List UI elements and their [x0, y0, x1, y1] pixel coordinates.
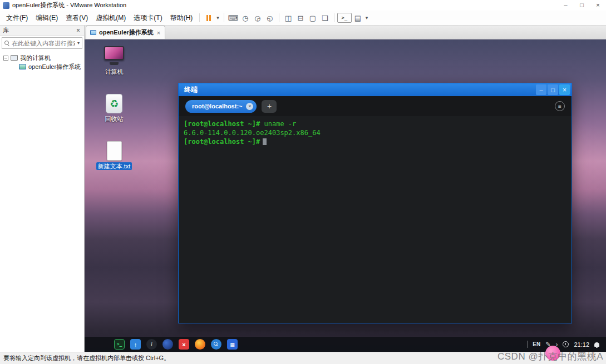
taskbar-search-icon[interactable] [211, 339, 221, 350]
library-title: 库 [3, 26, 9, 34]
taskbar-browser-icon[interactable] [162, 339, 173, 350]
taskbar-file-manager-icon[interactable]: ↑ [130, 339, 141, 350]
terminal-line: [root@localhost ~]# uname -r [184, 119, 566, 128]
library-search-box[interactable]: ▾ [2, 37, 82, 49]
magnifier-icon [214, 342, 219, 347]
app-launcher-icon[interactable] [98, 339, 109, 350]
show-library-button[interactable]: ◫ [282, 12, 294, 23]
manage-snapshots-button[interactable]: ◵ [264, 12, 276, 23]
vm-icon [19, 64, 26, 69]
search-input[interactable] [12, 40, 75, 47]
show-thumbnail-bar-button[interactable]: ⊟ [294, 12, 307, 23]
vm-display[interactable]: 计算机 ♻ 回收站 新建文本.txt [85, 39, 606, 352]
terminal-title: 终端 [184, 85, 198, 94]
language-indicator[interactable]: EN [533, 341, 540, 347]
send-ctrl-alt-del-button[interactable]: ⌨ [227, 12, 239, 23]
tree-item-label: 我的计算机 [20, 54, 51, 62]
menu-view[interactable]: 查看(V) [62, 12, 92, 24]
status-message: 要将输入定向到该虚拟机，请在虚拟机内部单击或按 Ctrl+G。 [3, 354, 170, 362]
shell-prompt: [root@localhost ~]# [184, 120, 260, 128]
terminal-minimize-button[interactable]: – [536, 84, 546, 95]
desktop-icon-column: 计算机 ♻ 回收站 新建文本.txt [96, 45, 132, 170]
library-header: 库 × [0, 26, 84, 36]
menu-edit[interactable]: 编辑(E) [32, 12, 62, 24]
terminal-tab-strip: root@localhost:~ × + ≡ [179, 96, 571, 116]
library-close-button[interactable]: × [75, 27, 81, 34]
tree-item-openeuler-vm[interactable]: openEuler操作系统 [0, 62, 84, 71]
terminal-titlebar[interactable]: 终端 – □ × [179, 83, 571, 96]
menu-tabs[interactable]: 选项卡(T) [130, 12, 166, 24]
main-area: 库 × ▾ 我的计算机 openEuler操作系统 [0, 26, 606, 352]
take-snapshot-button[interactable]: ◷ [239, 12, 252, 23]
window-controls: – □ × [558, 0, 606, 11]
console-button[interactable]: >_ [337, 13, 352, 23]
desktop-icon-label: 回收站 [104, 115, 125, 123]
clock-icon [563, 341, 569, 347]
terminal-cursor [263, 138, 267, 145]
library-panel: 库 × ▾ 我的计算机 openEuler操作系统 [0, 26, 85, 352]
toolbar-separator [224, 13, 224, 22]
terminal-tab-label: root@localhost:~ [192, 103, 242, 109]
collapse-icon[interactable] [3, 56, 8, 61]
taskbar-app-icons: >_ ↑ i × ▦ [98, 339, 238, 350]
unity-button[interactable]: ❏ [319, 12, 331, 23]
window-maximize-button[interactable]: □ [574, 0, 590, 11]
taskbar-notes-icon[interactable]: ▦ [227, 339, 238, 350]
notification-bell-icon[interactable] [594, 342, 599, 347]
tree-item-my-computer[interactable]: 我的计算机 [0, 53, 84, 62]
search-icon [4, 41, 9, 46]
terminal-close-button[interactable]: × [559, 84, 570, 95]
power-pause-button[interactable] [203, 12, 215, 23]
recycle-bin-icon: ♻ [106, 94, 122, 113]
toolbar-separator [279, 13, 279, 22]
window-close-button[interactable]: × [590, 0, 606, 11]
menu-help[interactable]: 帮助(H) [166, 12, 197, 24]
power-button-group: ▾ [203, 12, 221, 23]
command-output: 6.6.0-114.0.0.120.oe2403sp2.x86_64 [184, 129, 321, 137]
shell-prompt: [root@localhost ~]# [184, 138, 260, 146]
desktop-icon-recycle-bin[interactable]: ♻ 回收站 [96, 93, 132, 123]
tab-close-button[interactable]: × [156, 29, 161, 36]
terminal-output[interactable]: [root@localhost ~]# uname -r 6.6.0-114.0… [179, 116, 571, 323]
content-area: openEuler操作系统 × 计算机 ♻ 回收站 [85, 26, 606, 352]
fullscreen-button[interactable]: ▢ [307, 12, 319, 23]
tray-separator [527, 341, 528, 348]
view-options-dropdown-arrow[interactable]: ▾ [364, 15, 370, 21]
desktop-icon-computer[interactable]: 计算机 [96, 45, 132, 76]
search-dropdown-arrow[interactable]: ▾ [77, 41, 80, 46]
view-options-group: ▤ ▾ [352, 12, 370, 23]
terminal-maximize-button[interactable]: □ [548, 84, 558, 95]
toolbar-separator [199, 13, 200, 22]
tree-item-label: openEuler操作系统 [28, 63, 81, 71]
terminal-tab-close-button[interactable]: × [246, 103, 253, 110]
terminal-line: [root@localhost ~]# [184, 137, 566, 146]
taskbar-close-app-icon[interactable]: × [179, 339, 189, 350]
terminal-menu-button[interactable]: ≡ [555, 101, 565, 111]
taskbar-terminal-icon[interactable]: >_ [114, 339, 125, 350]
taskbar-help-icon[interactable]: i [146, 339, 157, 350]
power-dropdown-arrow[interactable]: ▾ [215, 15, 221, 21]
taskbar-system-tray: EN ✎ › 21:12 [527, 341, 599, 348]
desktop-icon-label-selected: 新建文本.txt [96, 162, 132, 170]
revert-snapshot-button[interactable]: ◶ [252, 12, 264, 23]
desktop-icon-text-file[interactable]: 新建文本.txt [96, 141, 132, 170]
tab-bar: openEuler操作系统 × [85, 26, 606, 39]
vmware-window: openEuler操作系统 - VMware Workstation – □ ×… [0, 0, 606, 364]
terminal-window[interactable]: 终端 – □ × root@localhost:~ × + ≡ [178, 83, 572, 323]
menu-file[interactable]: 文件(F) [2, 12, 32, 24]
view-options-button[interactable]: ▤ [352, 12, 364, 23]
window-minimize-button[interactable]: – [558, 0, 574, 11]
watermark: CSDN @扑克中的黑桃A [497, 350, 603, 363]
computer-monitor-icon [103, 45, 125, 66]
terminal-tab[interactable]: root@localhost:~ × [185, 100, 257, 113]
taskbar-clock[interactable]: 21:12 [574, 341, 589, 348]
terminal-window-controls: – □ × [536, 84, 570, 95]
menu-vm[interactable]: 虚拟机(M) [92, 12, 130, 24]
titlebar: openEuler操作系统 - VMware Workstation – □ × [0, 0, 606, 11]
watermark-text: CSDN @扑克中的黑桃A [497, 351, 603, 362]
tab-openeuler[interactable]: openEuler操作系统 × [86, 26, 165, 39]
terminal-new-tab-button[interactable]: + [262, 100, 277, 113]
taskbar-firefox-icon[interactable] [195, 339, 205, 350]
recycle-glyph: ♻ [110, 99, 119, 109]
terminal-line: 6.6.0-114.0.0.120.oe2403sp2.x86_64 [184, 128, 566, 137]
